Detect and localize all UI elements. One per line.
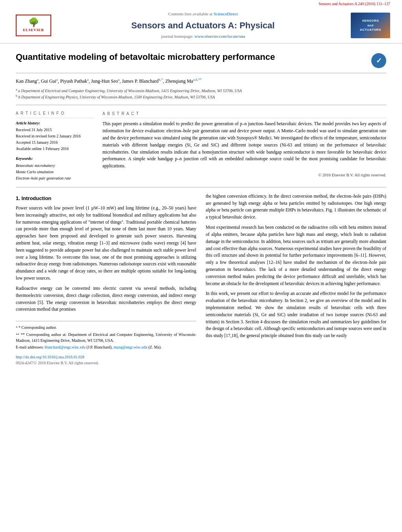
crossmark-icon: ✓ [376,56,382,66]
doi-link[interactable]: http://dx.doi.org/10.1016/j.sna.2016.01.… [16,355,84,359]
journal-title: Sensors and Actuators A: Physical [63,19,343,32]
keywords-label: Keywords: [16,156,95,162]
abstract-header: A B S T R A C T [102,111,386,118]
intro-para5: In this work, we present our effort to d… [206,290,386,339]
accepted-date: Accepted 15 January 2016 [16,139,95,146]
body-columns: 1. Introduction Power sources with low p… [16,193,386,367]
received-date: Received 31 July 2015 [16,127,95,133]
keywords-section: Keywords: Betavoltaic microbattery Monte… [16,156,95,182]
article-info-header: A R T I C L E I N F O [16,111,95,118]
email-footnote: E-mail addresses: blanchard@engr.wisc.ed… [16,344,196,350]
divider [16,187,386,187]
journal-header: 🌳 ELSEVIER Contents lists available at S… [0,8,402,44]
journal-info-bar: Sensors and Actuators A 240 (2016) 131–1… [0,0,402,8]
intro-para2: Radioactive energy can be converted into… [16,285,196,313]
email-link-blanchard[interactable]: blanchard@engr.wisc.edu [45,345,86,349]
intro-para3: the highest conversion efficiency. In th… [206,193,386,221]
journal-citation: Sensors and Actuators A 240 (2016) 131–1… [318,2,390,6]
affiliations: a a Department of Electrical and Compute… [16,87,386,106]
authors-line: Kan Zhanga, Gui Guia, Piyush Pathaka, Ju… [16,77,386,85]
body-right-column: the highest conversion efficiency. In th… [206,193,386,367]
keyword-3: Electron–hole pair generation rate [16,175,95,182]
sciencedirect-link[interactable]: ScienceDirect [214,11,238,16]
elsevier-logo: 🌳 ELSEVIER [12,15,55,36]
article-info-abstract: A R T I C L E I N F O Article history: R… [16,111,386,182]
footnote-star1: * * Corresponding author. [16,324,196,331]
paper-title: Quantitative modeling of betavoltaic mic… [16,52,367,63]
doi-line: http://dx.doi.org/10.1016/j.sna.2016.01.… [16,354,196,360]
intro-title: 1. Introduction [16,195,196,202]
title-section: Quantitative modeling of betavoltaic mic… [16,52,386,73]
paper-body: Quantitative modeling of betavoltaic mic… [0,44,402,374]
sensors-actuators-logo: SENSORSandACTUATORS [351,13,390,38]
keyword-2: Monte Carlo simulation [16,169,95,175]
abstract-section: A B S T R A C T This paper presents a si… [102,111,386,182]
homepage-link[interactable]: www.elsevier.com/locate/sna [194,34,245,39]
elsevier-brand-text: ELSEVIER [23,28,44,33]
body-left-column: 1. Introduction Power sources with low p… [16,193,196,367]
contents-line: Contents lists available at ScienceDirec… [63,11,343,17]
footnote-section: * * Corresponding author. ** ** Correspo… [16,321,196,366]
elsevier-logo-box: 🌳 ELSEVIER [16,15,51,36]
homepage-line: journal homepage: www.elsevier.com/locat… [63,33,343,40]
affiliation-b: b b Department of Engineering Physics, U… [16,94,386,100]
intro-para1: Power sources with low power level (1 µW… [16,205,196,282]
keyword-1: Betavoltaic microbattery [16,163,95,169]
elsevier-tree-icon: 🌳 [28,18,39,27]
footnote-star2: ** ** Corresponding author at: Departmen… [16,332,196,344]
intro-para4: Most experimental research has been cond… [206,224,386,287]
article-info: A R T I C L E I N F O Article history: R… [16,111,95,182]
sensors-logo-text: SENSORSandACTUATORS [360,19,381,32]
journal-center: Contents lists available at ScienceDirec… [55,11,351,40]
history-label: Article history: [16,120,95,126]
issn-line: 0924-4247/© 2016 Elsevier B.V. All right… [16,360,196,366]
email-link-ma[interactable]: mazq@engr.wisc.edu [114,345,147,349]
available-date: Available online 1 February 2016 [16,146,95,152]
received-revised-date: Received in revised form 2 January 2016 [16,133,95,139]
affiliation-a: a a Department of Electrical and Compute… [16,87,386,94]
abstract-text: This paper presents a simulation model t… [102,120,386,170]
copyright-line: © 2016 Elsevier B.V. All rights reserved… [102,172,386,178]
crossmark-logo[interactable]: ✓ [371,53,386,68]
